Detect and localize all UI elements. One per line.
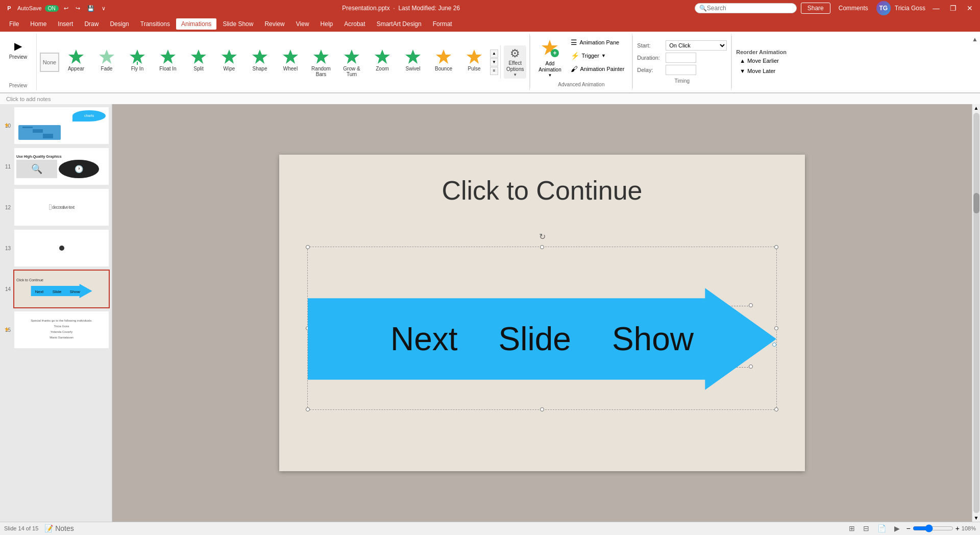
svg-marker-4 [191,50,206,64]
animation-painter-button[interactable]: 🖌 Animation Painter [567,63,628,75]
slide-thumb-14[interactable]: 14 Click to Continue Next Slide Show [13,270,110,308]
anim-item-pulse[interactable]: Pulse [459,45,489,79]
duration-input[interactable] [666,53,696,63]
effect-options-button[interactable]: ⚙ EffectOptions ▼ [504,45,526,79]
anim-item-shape[interactable]: Shape [245,45,275,79]
preview-button[interactable]: ▶ Preview [4,36,32,62]
notes-toggle[interactable]: 📝 Notes [42,523,76,533]
ribbon-content: ▶ Preview Preview None [0,32,980,92]
split-icon [189,47,208,66]
canvas-area: Click to Continue ↻ [112,104,972,522]
restore-button[interactable]: ❐ [947,3,960,13]
slide-sorter-button[interactable]: ⊟ [861,523,871,533]
slide-thumb-15[interactable]: 15 ★ Special thanks go to the following … [13,310,110,349]
menu-item-insert[interactable]: Insert [53,18,78,30]
menu-item-file[interactable]: File [4,18,24,30]
anim-item-appear[interactable]: Appear [61,45,91,79]
fly-in-icon [128,47,146,66]
arrow-container[interactable]: ↻ [307,247,777,410]
normal-view-button[interactable]: ⊞ [847,523,857,533]
move-later-button[interactable]: ▼ Move Later [736,66,787,76]
scrollbar-thumb[interactable] [973,193,979,213]
menu-item-home[interactable]: Home [25,18,52,30]
menu-item-help[interactable]: Help [315,18,338,30]
scroll-up-button[interactable]: ▲ [973,104,980,112]
menu-item-format[interactable]: Format [428,18,457,30]
slide-thumb-10[interactable]: 10 ★ charts [13,106,110,145]
handle-top-left[interactable] [306,245,310,249]
scroll-down-button[interactable]: ▼ [973,514,980,522]
svg-text:Next: Next [35,289,43,294]
minimize-button[interactable]: — [929,3,943,13]
redo-button[interactable]: ↪ [74,4,82,13]
file-name: Presentation.pptx [342,5,389,12]
anim-item-grow-turn[interactable]: Grow & Turn [337,45,366,79]
handle-bottom-left[interactable] [306,407,310,411]
swivel-icon [404,47,422,66]
slide-thumb-11[interactable]: 11 Use High-Quality Graphics 🔍 🕐 [13,147,110,186]
notes-bar[interactable]: Click to add notes [0,93,980,104]
trigger-button[interactable]: ⚡ Trigger ▼ [567,50,628,61]
menu-item-view[interactable]: View [291,18,314,30]
menu-item-design[interactable]: Design [105,18,134,30]
handle-bottom-right[interactable] [774,407,778,411]
handle-top-mid[interactable] [540,245,544,249]
slide-thumb-12[interactable]: 12  decorative text [13,188,110,227]
search-input[interactable] [707,5,792,12]
search-bar[interactable]: 🔍 [695,3,797,13]
svg-text:Show: Show [69,289,80,294]
anim-item-split[interactable]: Split [184,45,213,79]
handle-top-right[interactable] [774,245,778,249]
slide-thumb-13[interactable]: 13 [13,229,110,268]
anim-item-random-bars[interactable]: Random Bars [306,45,336,79]
scrollbar-track[interactable] [973,113,979,513]
anim-item-wheel[interactable]: Wheel [276,45,305,79]
menu-item-review[interactable]: Review [259,18,289,30]
zoom-out-button[interactable]: − [906,524,910,532]
menu-item-transitions[interactable]: Transitions [135,18,175,30]
menu-item-animations[interactable]: Animations [176,18,216,30]
anim-scroll-up[interactable]: ▲ [490,50,498,58]
delay-input[interactable] [666,65,696,75]
none-box[interactable]: None [40,53,59,72]
ribbon-collapse[interactable]: ▲ [970,34,980,90]
anim-scroll-down[interactable]: ▼ [490,58,498,66]
zoom-slider[interactable] [913,524,953,532]
comments-button[interactable]: Comments [835,3,872,13]
menu-item-draw[interactable]: Draw [79,18,104,30]
reading-view-button[interactable]: 📄 [875,523,888,533]
menu-item-smartart-design[interactable]: SmartArt Design [372,18,427,30]
animation-pane-button[interactable]: ☰ Animation Pane [567,37,628,48]
move-earlier-button[interactable]: ▲ Move Earlier [736,56,787,65]
anim-item-bounce[interactable]: Bounce [429,45,458,79]
menu-item-acrobat[interactable]: Acrobat [339,18,370,30]
anim-scroll-more[interactable]: ≡ [490,67,498,75]
slideshow-button[interactable]: ▶ [892,523,902,533]
rotate-handle[interactable]: ↻ [539,232,546,241]
search-icon: 🔍 [699,5,707,12]
arrow-shape[interactable] [308,288,776,390]
anim-item-swivel[interactable]: Swivel [398,45,428,79]
anim-item-zoom[interactable]: Zoom [368,45,397,79]
anim-item-float-in[interactable]: Float In [153,45,183,79]
ribbon-collapse-button[interactable]: ▲ [972,36,978,43]
autosave-toggle[interactable]: ON [45,5,59,12]
start-dropdown[interactable]: On Click With Previous After Previous [666,40,727,51]
share-button[interactable]: Share [801,3,830,14]
wheel-label: Wheel [283,66,298,71]
undo-button[interactable]: ↩ [62,4,70,13]
menu-item-slideshow[interactable]: Slide Show [217,18,258,30]
anim-item-wipe[interactable]: Wipe [214,45,244,79]
customize-button[interactable]: ∨ [100,4,108,13]
save-button[interactable]: 💾 [85,4,96,13]
anim-item-fly-in[interactable]: Fly In [122,45,152,79]
move-later-label: Move Later [747,68,775,74]
handle-bottom-mid[interactable] [540,407,544,411]
close-button[interactable]: ✕ [964,3,976,13]
svg-marker-9 [344,50,359,64]
zoom-in-button[interactable]: + [955,524,960,532]
animation-pane-icon: ☰ [571,38,577,46]
add-animation-button[interactable]: + AddAnimation ▼ [534,37,565,80]
anim-item-fade[interactable]: Fade [92,45,121,79]
timing-group: Start: On Click With Previous After Prev… [633,34,731,90]
